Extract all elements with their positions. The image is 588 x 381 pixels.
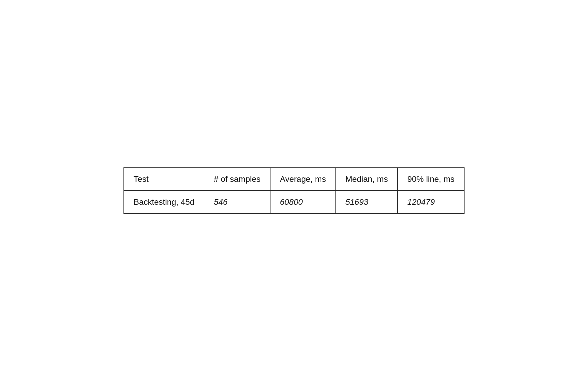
- col-header-line90: 90% line, ms: [397, 168, 464, 191]
- cell-samples: 546: [204, 191, 270, 214]
- table-header-row: Test # of samples Average, ms Median, ms…: [124, 168, 464, 191]
- table-row: Backtesting, 45d 546 60800 51693 120479: [124, 191, 464, 214]
- results-table: Test # of samples Average, ms Median, ms…: [123, 167, 464, 214]
- cell-median: 51693: [336, 191, 398, 214]
- cell-average: 60800: [270, 191, 336, 214]
- col-header-median: Median, ms: [336, 168, 398, 191]
- col-header-average: Average, ms: [270, 168, 336, 191]
- cell-test: Backtesting, 45d: [124, 191, 204, 214]
- table-wrapper: Test # of samples Average, ms Median, ms…: [123, 167, 464, 214]
- col-header-samples: # of samples: [204, 168, 270, 191]
- col-header-test: Test: [124, 168, 204, 191]
- cell-line90: 120479: [397, 191, 464, 214]
- page-container: Test # of samples Average, ms Median, ms…: [0, 0, 588, 381]
